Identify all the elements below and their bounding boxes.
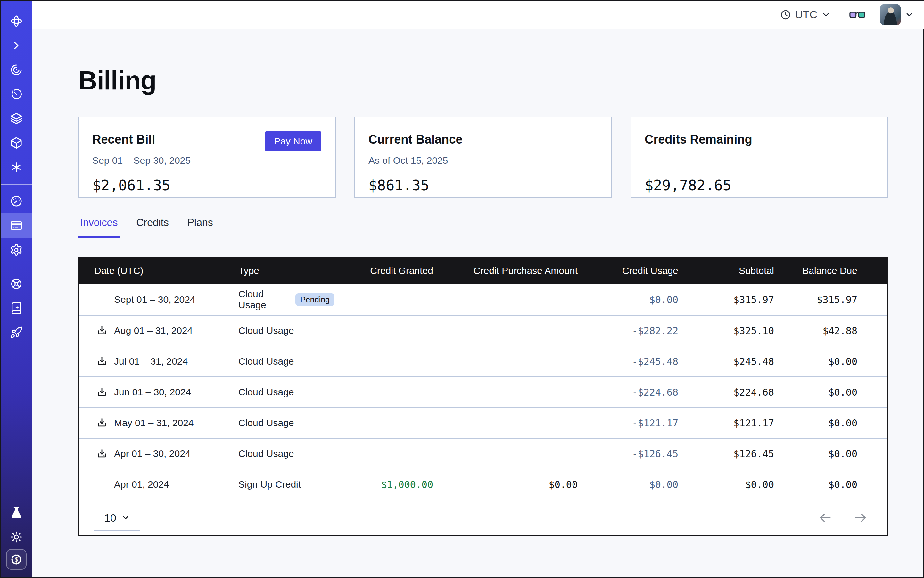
sidebar-divider — [1, 266, 32, 267]
sidebar-item-timer[interactable] — [1, 82, 32, 106]
card-title: Current Balance — [369, 133, 463, 146]
invoice-date: Apr 01, 2024 — [114, 479, 169, 490]
current-balance-card: Current Balance As of Oct 15, 2025 $861.… — [354, 117, 612, 198]
table-row: May 01 – 31, 2024 Cloud Usage -$121.17 $… — [79, 407, 887, 438]
page-size-select[interactable]: 10 — [94, 505, 140, 531]
invoice-date: Jul 01 – 31, 2024 — [114, 356, 188, 367]
sidebar: $ — [1, 1, 32, 577]
column-header-credit-usage: Credit Usage — [578, 265, 678, 276]
credit-usage-value: -$245.48 — [578, 356, 678, 367]
download-invoice-button[interactable] — [96, 386, 108, 398]
credit-granted-value: $1,000.00 — [335, 479, 433, 490]
sidebar-item-labs[interactable] — [1, 500, 32, 525]
sidebar-item-traces[interactable] — [1, 58, 32, 82]
credit-usage-value: -$224.68 — [578, 387, 678, 398]
chevron-down-icon — [905, 10, 914, 19]
sidebar-item-theme[interactable] — [1, 525, 32, 549]
reader-mode-button[interactable] — [849, 10, 866, 20]
sidebar-item-credits[interactable]: $ — [6, 549, 27, 570]
sidebar-item-services[interactable] — [1, 131, 32, 155]
billing-card-icon — [10, 219, 23, 232]
card-title: Credits Remaining — [645, 133, 752, 146]
download-icon — [96, 325, 107, 336]
glasses-icon — [849, 10, 866, 20]
column-header-date: Date (UTC) — [79, 265, 239, 276]
chevron-down-icon — [122, 514, 130, 522]
credit-usage-value: -$282.22 — [578, 325, 678, 336]
rocket-icon — [10, 326, 23, 339]
balance-due-value: $42.88 — [774, 325, 887, 336]
balance-due-value: $0.00 — [774, 479, 887, 490]
invoice-date: Sept 01 – 30, 2024 — [114, 294, 195, 305]
sidebar-item-support[interactable] — [1, 272, 32, 296]
prev-page-button[interactable] — [818, 511, 832, 525]
balance-due-value: $315.97 — [774, 294, 887, 305]
credit-usage-value: $0.00 — [578, 479, 678, 490]
tab-plans[interactable]: Plans — [185, 217, 215, 237]
app-window: $ UTC Billing — [0, 0, 924, 578]
asterisk-icon — [10, 161, 23, 174]
settings-gear-icon — [10, 244, 23, 257]
column-header-subtotal: Subtotal — [678, 265, 774, 276]
balance-as-of: As of Oct 15, 2025 — [369, 155, 597, 169]
credit-usage-value: -$126.45 — [578, 448, 678, 459]
table-row: Sept 01 – 30, 2024 Cloud UsagePending $0… — [79, 284, 887, 315]
download-invoice-button[interactable] — [96, 325, 108, 336]
account-menu[interactable] — [880, 4, 914, 25]
invoice-type: Cloud Usage — [239, 325, 294, 336]
svg-text:$: $ — [15, 556, 18, 563]
sidebar-item-usage[interactable] — [1, 189, 32, 213]
credit-usage-value: $0.00 — [578, 294, 678, 305]
download-invoice-button[interactable] — [96, 448, 108, 459]
next-page-button[interactable] — [854, 511, 867, 525]
table-pagination: 10 — [79, 500, 887, 536]
download-icon — [96, 387, 107, 398]
layers-icon — [10, 112, 23, 125]
subtotal-value: $245.48 — [678, 356, 774, 367]
sidebar-item-settings[interactable] — [1, 238, 32, 262]
download-icon — [96, 417, 107, 429]
sidebar-item-docs[interactable] — [1, 296, 32, 320]
download-icon — [96, 448, 107, 459]
page-title: Billing — [78, 67, 888, 94]
sidebar-item-getting-started[interactable] — [1, 320, 32, 345]
table-header-row: Date (UTC) Type Credit Granted Credit Pu… — [79, 257, 887, 284]
credits-remaining-card: Credits Remaining $29,782.65 — [630, 117, 888, 198]
download-invoice-button[interactable] — [96, 356, 108, 367]
card-title: Recent Bill — [92, 133, 155, 146]
timezone-selector[interactable]: UTC — [780, 9, 830, 21]
balance-due-value: $0.00 — [774, 448, 887, 459]
pay-now-button[interactable]: Pay Now — [265, 132, 321, 151]
sidebar-expand-chevron-icon[interactable] — [1, 33, 32, 58]
sidebar-item-functions[interactable] — [1, 155, 32, 179]
recent-bill-amount: $2,061.35 — [92, 177, 321, 194]
subtotal-value: $126.45 — [678, 448, 774, 459]
invoice-date: Aug 01 – 31, 2024 — [114, 325, 193, 336]
tab-invoices[interactable]: Invoices — [78, 217, 120, 238]
user-avatar — [880, 4, 901, 25]
invoice-type: Cloud Usage — [239, 289, 290, 310]
tab-credits[interactable]: Credits — [134, 217, 171, 237]
cube-icon — [10, 136, 23, 149]
column-header-credit-purchase: Credit Purchase Amount — [433, 265, 578, 276]
billing-period: Sep 01 – Sep 30, 2025 — [92, 155, 321, 169]
arrow-left-icon — [818, 511, 832, 525]
invoice-date: Jun 01 – 30, 2024 — [114, 387, 191, 398]
subtotal-value: $315.97 — [678, 294, 774, 305]
clock-icon — [780, 9, 791, 20]
subtotal-value: $224.68 — [678, 387, 774, 398]
main-content: Billing Recent Bill Pay Now Sep 01 – Sep… — [32, 29, 924, 577]
credits-dollar-icon: $ — [10, 553, 23, 566]
subtotal-value: $121.17 — [678, 417, 774, 429]
app-logo-orbit-icon[interactable] — [1, 9, 32, 33]
sidebar-item-layers[interactable] — [1, 106, 32, 131]
table-row: Jul 01 – 31, 2024 Cloud Usage -$245.48 $… — [79, 346, 887, 377]
sidebar-item-billing[interactable] — [1, 213, 32, 238]
status-badge: Pending — [296, 294, 335, 306]
invoice-type: Sign Up Credit — [239, 479, 301, 490]
invoice-type: Cloud Usage — [239, 448, 294, 459]
column-header-balance-due: Balance Due — [774, 265, 887, 276]
table-row: Apr 01 – 30, 2024 Cloud Usage -$126.45 $… — [79, 438, 887, 469]
download-invoice-button[interactable] — [96, 417, 108, 429]
column-header-credit-granted: Credit Granted — [335, 265, 433, 276]
